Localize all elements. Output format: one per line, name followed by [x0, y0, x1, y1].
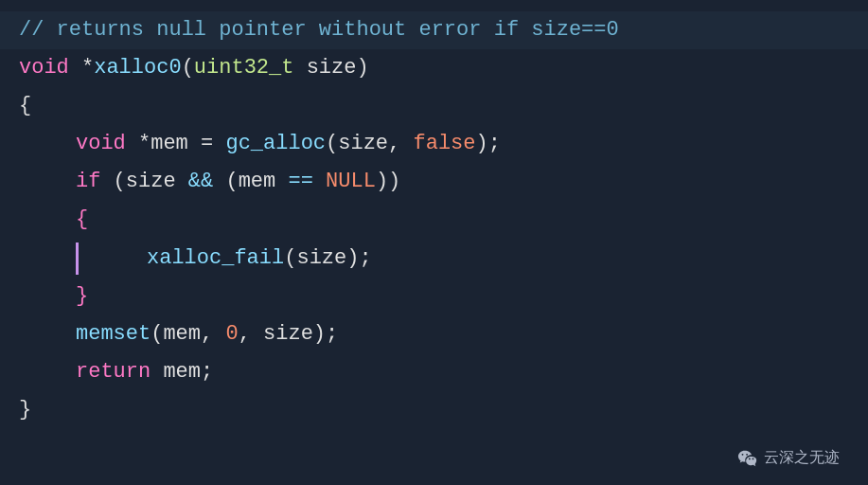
brace-open: {: [19, 90, 31, 122]
wechat-icon: [737, 447, 758, 468]
kw-if: if: [76, 166, 100, 198]
func-name: xalloc0: [94, 52, 181, 84]
call-open: (size,: [326, 128, 413, 160]
bool-false: false: [413, 128, 475, 160]
memset-call: memset (mem, 0 , size);: [0, 315, 868, 353]
return-val: mem;: [151, 356, 213, 388]
call-close: );: [476, 128, 501, 160]
open-brace-outer: {: [0, 87, 868, 125]
code-container: // returns null pointer without error if…: [0, 0, 868, 485]
return-statement: return mem;: [0, 353, 868, 391]
memset-open: (mem,: [151, 318, 225, 350]
func-memset: memset: [76, 318, 151, 350]
open-paren: (: [182, 52, 194, 84]
null-val: NULL: [326, 166, 376, 198]
watermark-text: 云深之无迹: [764, 448, 840, 468]
func-xalloc-fail: xalloc_fail: [147, 242, 284, 275]
fail-call-line: xalloc_fail (size);: [0, 240, 868, 278]
mem-eq: (mem: [213, 166, 288, 198]
if-statement: if (size && (mem == NULL )): [0, 163, 868, 201]
inner-open-brace: {: [0, 201, 868, 239]
function-signature: void * xalloc0 ( uint32_t size ): [0, 49, 868, 87]
kw-void: void: [76, 128, 126, 160]
num-zero: 0: [225, 318, 238, 350]
vertical-bar: [76, 242, 79, 275]
inner-brace-close: }: [76, 280, 88, 313]
space: [313, 166, 326, 198]
inner-close-brace: }: [0, 278, 868, 315]
var-declaration: void *mem = gc_alloc (size, false );: [0, 125, 868, 163]
comment-line: // returns null pointer without error if…: [0, 11, 868, 49]
param-type: uint32_t: [194, 52, 294, 84]
close-if: )): [376, 166, 400, 198]
op-eq: ==: [288, 166, 312, 198]
fail-args: (size);: [284, 242, 371, 275]
outer-brace-close: }: [19, 394, 31, 426]
param-name: size: [293, 52, 356, 84]
keyword-void: void: [19, 52, 69, 84]
op-and: &&: [188, 166, 213, 198]
func-gc-alloc: gc_alloc: [225, 128, 326, 160]
watermark: 云深之无迹: [737, 447, 840, 468]
close-paren: ): [356, 52, 368, 84]
memset-rest: , size);: [239, 318, 339, 350]
if-cond: (size: [100, 166, 187, 198]
pointer-star: *: [69, 52, 94, 84]
outer-close-brace: }: [0, 391, 868, 429]
inner-brace-open: {: [76, 204, 88, 236]
kw-return: return: [76, 356, 151, 388]
comment-text: // returns null pointer without error if…: [19, 14, 619, 46]
ptr-star2: *mem =: [126, 128, 226, 160]
